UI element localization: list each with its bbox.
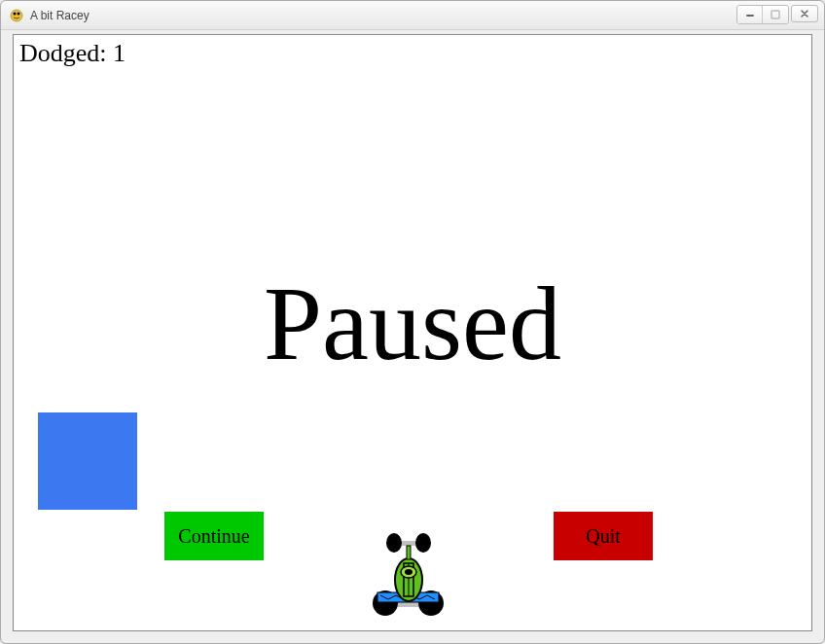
svg-rect-17 bbox=[407, 546, 411, 559]
minimize-button[interactable] bbox=[737, 6, 763, 23]
window-controls bbox=[736, 5, 818, 24]
svg-point-15 bbox=[386, 533, 402, 553]
title-bar: A bit Racey bbox=[1, 1, 824, 30]
window-frame: A bit Racey Dodged: 1 Paused Continue Qu… bbox=[0, 0, 825, 644]
continue-label: Continue bbox=[178, 525, 249, 548]
svg-point-0 bbox=[11, 10, 22, 21]
close-button[interactable] bbox=[791, 5, 818, 22]
quit-label: Quit bbox=[586, 525, 621, 548]
svg-rect-3 bbox=[746, 15, 754, 17]
svg-point-16 bbox=[415, 533, 431, 553]
game-area: Dodged: 1 Paused Continue Quit bbox=[13, 34, 812, 631]
app-icon bbox=[9, 8, 24, 23]
window-title: A bit Racey bbox=[30, 9, 90, 22]
paused-title: Paused bbox=[264, 264, 561, 384]
quit-button[interactable]: Quit bbox=[554, 512, 653, 560]
continue-button[interactable]: Continue bbox=[164, 512, 264, 560]
score-text: Dodged: 1 bbox=[19, 39, 126, 68]
svg-point-1 bbox=[14, 12, 17, 15]
obstacle-block bbox=[38, 412, 137, 510]
svg-point-2 bbox=[18, 12, 20, 15]
maximize-button[interactable] bbox=[763, 6, 788, 23]
svg-point-13 bbox=[405, 569, 412, 575]
car-sprite bbox=[373, 529, 444, 619]
svg-rect-4 bbox=[771, 11, 779, 18]
